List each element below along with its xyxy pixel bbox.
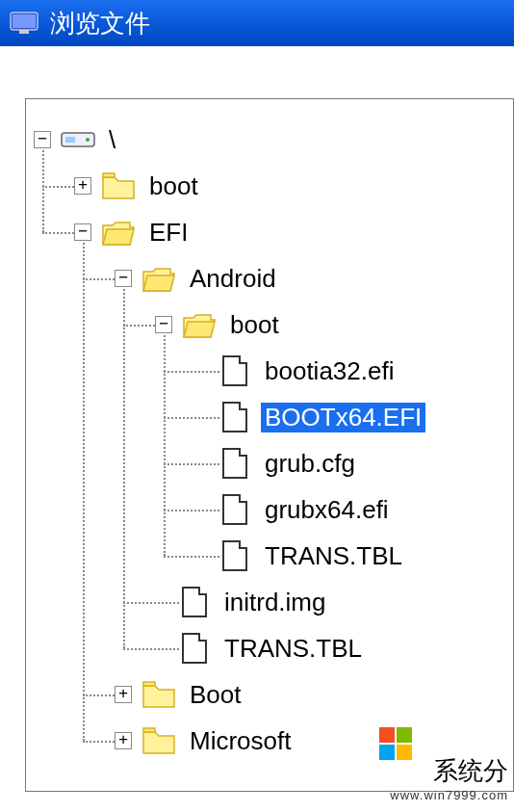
window-title: 浏览文件 xyxy=(50,7,150,40)
tree-node-bootia32[interactable]: bootia32.efi xyxy=(34,348,505,394)
folder-icon xyxy=(101,171,136,200)
node-label: boot xyxy=(226,310,283,340)
tree-node-grubx64[interactable]: grubx64.efi xyxy=(34,486,505,533)
folder-open-icon xyxy=(141,264,176,293)
svg-rect-4 xyxy=(65,137,75,143)
svg-rect-2 xyxy=(19,30,29,34)
node-label: Microsoft xyxy=(186,726,295,756)
file-icon xyxy=(182,633,207,664)
watermark-url: www.win7999.com xyxy=(390,788,508,802)
tree-node-trans2[interactable]: TRANS.TBL xyxy=(34,625,505,671)
title-bar: 浏览文件 xyxy=(0,0,514,46)
node-label: Boot xyxy=(186,680,245,710)
node-label: initrd.img xyxy=(220,588,329,617)
svg-rect-1 xyxy=(13,14,36,28)
node-label-selected: BOOTx64.EFI xyxy=(261,403,425,432)
collapse-toggle[interactable]: − xyxy=(34,131,51,148)
node-label: grubx64.efi xyxy=(261,495,393,525)
expand-toggle[interactable]: + xyxy=(115,732,132,749)
node-label: TRANS.TBL xyxy=(220,634,366,664)
node-label: \ xyxy=(105,125,119,155)
expand-toggle[interactable]: + xyxy=(74,177,91,195)
tree-node-android[interactable]: − Android xyxy=(34,255,505,301)
tree-node-efi[interactable]: − EFI xyxy=(34,209,505,255)
node-label: grub.cfg xyxy=(261,449,359,479)
tree-node-initrd[interactable]: initrd.img xyxy=(34,579,505,625)
tree-node-boot[interactable]: + boot xyxy=(34,163,505,209)
node-label: bootia32.efi xyxy=(261,356,398,386)
tree-node-boot-sub[interactable]: − boot xyxy=(34,301,505,348)
collapse-toggle[interactable]: − xyxy=(115,270,132,287)
microsoft-logo-icon xyxy=(379,727,412,760)
tree-node-root[interactable]: − \ xyxy=(34,117,505,163)
collapse-toggle[interactable]: − xyxy=(74,223,91,241)
file-icon xyxy=(182,587,207,617)
file-tree[interactable]: − \ + boot − EFI − And xyxy=(34,117,505,764)
file-icon xyxy=(222,448,247,479)
folder-open-icon xyxy=(101,218,136,247)
tree-node-grubcfg[interactable]: grub.cfg xyxy=(34,440,505,486)
node-label: TRANS.TBL xyxy=(261,541,406,571)
folder-icon xyxy=(141,680,176,709)
tree-node-trans1[interactable]: TRANS.TBL xyxy=(34,533,505,579)
node-label: Android xyxy=(186,264,280,294)
drive-icon xyxy=(61,129,95,150)
client-area: − \ + boot − EFI − And xyxy=(0,46,514,812)
app-icon xyxy=(10,12,39,35)
expand-toggle[interactable]: + xyxy=(115,686,132,703)
file-icon xyxy=(222,494,247,525)
svg-point-5 xyxy=(86,138,90,142)
node-label: boot xyxy=(145,171,202,201)
tree-node-bootx64[interactable]: BOOTx64.EFI xyxy=(34,394,505,440)
file-icon xyxy=(222,402,247,432)
file-icon xyxy=(222,355,247,386)
folder-open-icon xyxy=(182,310,217,339)
collapse-toggle[interactable]: − xyxy=(155,316,172,333)
tree-panel: − \ + boot − EFI − And xyxy=(25,98,514,792)
node-label: EFI xyxy=(145,218,192,248)
folder-icon xyxy=(141,726,176,755)
tree-node-boot-efi[interactable]: + Boot xyxy=(34,671,505,718)
file-icon xyxy=(222,540,247,571)
watermark: 系统分 www.win7999.com xyxy=(390,754,508,802)
